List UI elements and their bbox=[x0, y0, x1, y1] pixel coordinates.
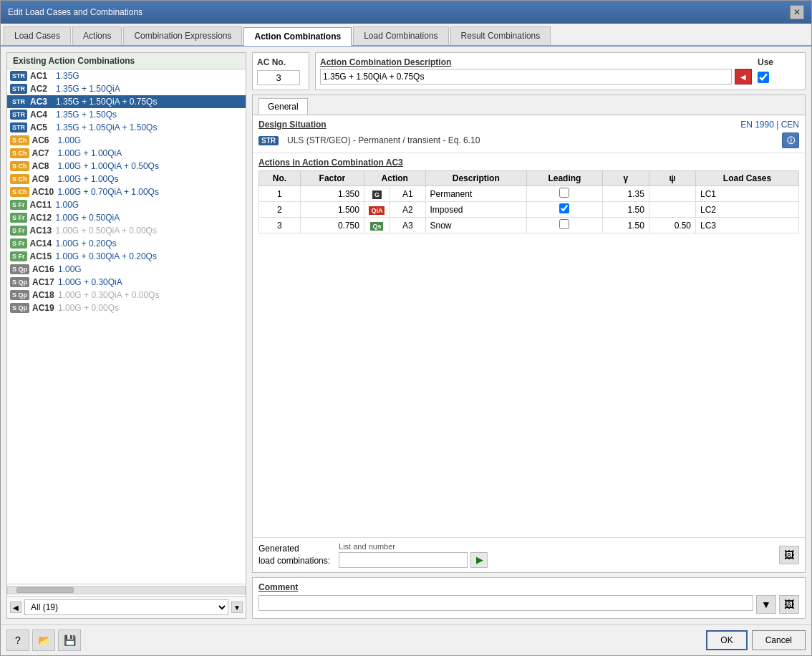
cell-leading[interactable] bbox=[527, 218, 603, 233]
ac-no-input[interactable] bbox=[257, 70, 300, 85]
list-item[interactable]: STRAC41.35G + 1.50Qs bbox=[7, 108, 246, 121]
item-id: AC7 bbox=[32, 148, 55, 158]
list-item[interactable]: S ChAC91.00G + 1.00Qs bbox=[7, 173, 246, 185]
cell-leading[interactable] bbox=[527, 186, 603, 202]
inner-tab-general[interactable]: General bbox=[258, 98, 308, 115]
item-id: AC1 bbox=[30, 71, 53, 81]
list-item[interactable]: S FrAC111.00G bbox=[7, 198, 246, 211]
item-id: AC3 bbox=[30, 97, 53, 107]
item-label: 1.00G + 0.20Qs bbox=[56, 238, 117, 249]
tab-result-combinations[interactable]: Result Combinations bbox=[450, 26, 551, 45]
cell-load-cases: LC3 bbox=[696, 218, 799, 233]
leading-checkbox[interactable] bbox=[559, 203, 569, 213]
list-item[interactable]: S FrAC131.00G + 0.50QiA + 0.00Qs bbox=[7, 224, 246, 237]
list-item[interactable]: S ChAC71.00G + 1.00QiA bbox=[7, 147, 246, 160]
col-leading: Leading bbox=[527, 171, 603, 186]
list-item[interactable]: STRAC21.35G + 1.50QiA bbox=[7, 82, 246, 95]
table-row: 11.350GA1Permanent1.35LC1 bbox=[259, 186, 799, 202]
cell-description: Permanent bbox=[425, 186, 527, 202]
list-item[interactable]: S ChAC101.00G + 0.70QiA + 1.00Qs bbox=[7, 185, 246, 198]
export-image-btn[interactable]: 🖼 bbox=[779, 546, 799, 564]
scroll-left-btn[interactable]: ◀ bbox=[10, 602, 21, 613]
save-btn[interactable]: 💾 bbox=[58, 630, 81, 651]
comment-input[interactable] bbox=[258, 595, 753, 611]
ds-str-badge: STR bbox=[258, 136, 279, 145]
comment-export-btn[interactable]: 🖼 bbox=[779, 595, 799, 614]
cancel-button[interactable]: Cancel bbox=[752, 630, 806, 650]
cell-no: 1 bbox=[259, 186, 301, 202]
tab-actions[interactable]: Actions bbox=[72, 26, 122, 45]
item-badge: S Qp bbox=[10, 303, 29, 313]
filter-dropdown[interactable]: All (19)STRS ChS FrS Qp bbox=[24, 599, 228, 615]
dialog: Edit Load Cases and Combinations ✕ Load … bbox=[0, 0, 812, 656]
item-id: AC5 bbox=[30, 122, 53, 132]
cell-psi bbox=[649, 202, 695, 218]
cell-no: 2 bbox=[259, 202, 301, 218]
existing-ac-title: Existing Action Combinations bbox=[7, 53, 246, 69]
list-item[interactable]: STRAC11.35G bbox=[7, 69, 246, 82]
item-id: AC17 bbox=[32, 277, 55, 287]
cell-description: Snow bbox=[425, 218, 527, 233]
use-checkbox[interactable] bbox=[758, 72, 769, 83]
leading-checkbox[interactable] bbox=[559, 219, 569, 229]
cell-gamma: 1.50 bbox=[602, 202, 649, 218]
top-right-row: AC No. Action Combination Description ◀ bbox=[252, 52, 806, 90]
list-item[interactable]: S FrAC151.00G + 0.30QiA + 0.20Qs bbox=[7, 250, 246, 263]
item-id: AC4 bbox=[30, 110, 53, 120]
item-id: AC12 bbox=[30, 213, 53, 223]
dropdown-arrow[interactable]: ▼ bbox=[231, 602, 243, 613]
col-factor: Factor bbox=[300, 171, 364, 186]
item-badge: STR bbox=[10, 84, 27, 94]
right-panel: AC No. Action Combination Description ◀ bbox=[252, 52, 806, 619]
list-item[interactable]: S QpAC181.00G + 0.30QiA + 0.00Qs bbox=[7, 289, 246, 302]
tab-combination-expressions[interactable]: Combination Expressions bbox=[123, 26, 242, 45]
main-area: Existing Action Combinations STRAC11.35G… bbox=[6, 52, 806, 619]
leading-checkbox[interactable] bbox=[559, 188, 569, 198]
list-num-input[interactable] bbox=[339, 552, 468, 568]
list-item[interactable]: S QpAC171.00G + 0.30QiA bbox=[7, 276, 246, 289]
list-item[interactable]: S FrAC121.00G + 0.50QiA bbox=[7, 211, 246, 224]
list-item[interactable]: S QpAC161.00G bbox=[7, 263, 246, 276]
actions-table: No. Factor Action Description Leading γ … bbox=[258, 170, 799, 233]
ac-list[interactable]: STRAC11.35GSTRAC21.35G + 1.50QiASTRAC31.… bbox=[7, 69, 246, 584]
item-badge: S Ch bbox=[10, 135, 29, 145]
tab-action-combinations[interactable]: Action Combinations bbox=[243, 27, 352, 46]
tab-load-combinations[interactable]: Load Combinations bbox=[353, 26, 448, 45]
list-item[interactable]: S FrAC141.00G + 0.20Qs bbox=[7, 237, 246, 250]
desc-clear-btn[interactable]: ◀ bbox=[735, 69, 752, 85]
list-item[interactable]: STRAC31.35G + 1.50QiA + 0.75Qs bbox=[7, 95, 246, 108]
item-label: 1.00G + 1.00QiA + 0.50Qs bbox=[58, 161, 159, 171]
dialog-title: Edit Load Cases and Combinations bbox=[8, 7, 142, 17]
item-id: AC6 bbox=[32, 135, 55, 145]
comment-image-btn[interactable]: ▼ bbox=[756, 595, 776, 614]
actions-table-title: Actions in Action Combination AC3 bbox=[258, 158, 799, 168]
list-item[interactable]: S ChAC81.00G + 1.00QiA + 0.50Qs bbox=[7, 160, 246, 173]
cell-action-badge: QiA bbox=[364, 202, 390, 218]
use-col: Use bbox=[758, 57, 801, 83]
tab-load-cases[interactable]: Load Cases bbox=[4, 26, 71, 45]
close-button[interactable]: ✕ bbox=[790, 5, 804, 19]
col-description: Description bbox=[425, 171, 527, 186]
item-id: AC11 bbox=[30, 200, 53, 210]
cell-action-badge: G bbox=[364, 186, 390, 202]
list-item[interactable]: STRAC51.35G + 1.05QiA + 1.50Qs bbox=[7, 121, 246, 134]
list-item[interactable]: S ChAC61.00G bbox=[7, 134, 246, 147]
go-button[interactable]: ▶ bbox=[470, 552, 488, 568]
item-badge: S Fr bbox=[10, 200, 27, 210]
item-badge: S Qp bbox=[10, 264, 29, 274]
list-item[interactable]: S QpAC191.00G + 0.00Qs bbox=[7, 302, 246, 314]
horizontal-scrollbar[interactable] bbox=[7, 586, 246, 594]
action-type-badge: G bbox=[372, 190, 382, 199]
cell-leading[interactable] bbox=[527, 202, 603, 218]
ok-button[interactable]: OK bbox=[706, 630, 747, 650]
desc-input[interactable] bbox=[320, 69, 732, 85]
item-label: 1.00G + 0.30QiA + 0.00Qs bbox=[58, 290, 159, 300]
item-label: 1.00G bbox=[58, 264, 82, 274]
info-button[interactable]: ⓘ bbox=[782, 132, 799, 148]
item-badge: STR bbox=[10, 110, 27, 120]
actions-table-area: Actions in Action Combination AC3 No. Fa… bbox=[253, 153, 805, 537]
help-btn[interactable]: ? bbox=[6, 630, 29, 651]
item-badge: S Fr bbox=[10, 213, 27, 223]
ds-header: Design Situation EN 1990 | CEN bbox=[258, 120, 799, 130]
open-btn[interactable]: 📂 bbox=[32, 630, 55, 651]
